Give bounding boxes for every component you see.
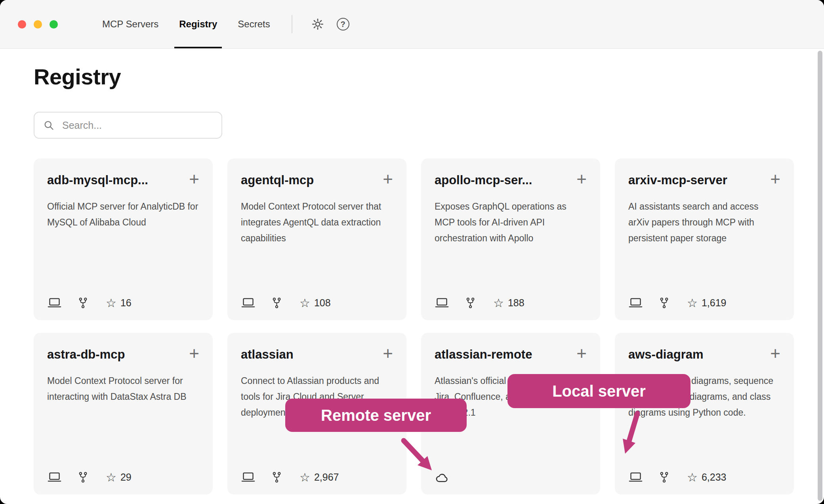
add-server-button[interactable]: +: [576, 172, 587, 186]
gear-icon: [311, 17, 324, 31]
server-card-grid: adb-mysql-mcp... + Official MCP server f…: [34, 158, 790, 494]
card-footer: ☆ 6,233: [628, 471, 726, 483]
star-group: ☆ 2,967: [299, 472, 339, 483]
star-group: ☆ 188: [493, 297, 525, 309]
server-card[interactable]: arxiv-mcp-server + AI assistants search …: [615, 158, 794, 320]
star-group: ☆ 108: [299, 297, 331, 309]
add-server-button[interactable]: +: [770, 346, 780, 360]
laptop-icon: [628, 471, 643, 483]
card-header: astra-db-mcp +: [47, 345, 199, 362]
server-name: adb-mysql-mcp...: [47, 173, 148, 187]
help-icon: ?: [337, 18, 349, 31]
git-fork-icon: [659, 297, 670, 309]
star-icon: ☆: [106, 297, 116, 309]
add-server-button[interactable]: +: [770, 172, 780, 186]
star-count: 16: [120, 297, 132, 309]
card-footer: ☆ 108: [241, 297, 331, 309]
scrollbar-thumb[interactable]: [818, 51, 822, 501]
card-footer: ☆ 29: [47, 471, 132, 483]
search-box[interactable]: [34, 112, 222, 139]
server-name: atlassian: [241, 347, 294, 362]
card-footer: ☆ 188: [435, 297, 525, 309]
laptop-icon: [628, 297, 643, 309]
card-header: atlassian +: [241, 345, 393, 362]
star-count: 188: [508, 297, 525, 309]
star-count: 1,619: [702, 297, 727, 309]
star-count: 29: [120, 472, 132, 483]
server-card[interactable]: atlassian-remote + Atlassian's official …: [421, 333, 600, 494]
star-group: ☆ 29: [106, 472, 132, 483]
laptop-icon: [435, 297, 449, 309]
star-group: ☆ 1,619: [687, 297, 726, 309]
server-description: Exposes GraphQL operations as MCP tools …: [435, 199, 587, 246]
server-card[interactable]: atlassian + Connect to Atlassian product…: [227, 333, 406, 494]
star-count: 2,967: [314, 472, 339, 483]
add-server-button[interactable]: +: [383, 346, 393, 360]
help-button[interactable]: ?: [333, 14, 353, 34]
git-fork-icon: [271, 471, 282, 483]
card-header: aws-diagram +: [628, 345, 780, 362]
server-description: Atlassian's official remote server for J…: [435, 373, 587, 420]
zoom-window-button[interactable]: [50, 20, 58, 29]
page-title: Registry: [34, 64, 790, 90]
minimize-window-button[interactable]: [34, 20, 42, 29]
server-name: agentql-mcp: [241, 173, 314, 187]
card-header: adb-mysql-mcp... +: [47, 170, 199, 187]
laptop-icon: [47, 471, 62, 483]
traffic-lights: [18, 20, 58, 29]
git-fork-icon: [465, 297, 476, 309]
card-header: apollo-mcp-ser... +: [435, 170, 587, 187]
card-header: agentql-mcp +: [241, 170, 393, 187]
server-description: Model Context Protocol server for intera…: [47, 373, 199, 405]
server-name: apollo-mcp-ser...: [435, 173, 532, 187]
add-server-button[interactable]: +: [189, 346, 199, 360]
git-fork-icon: [271, 297, 282, 309]
tab-secrets[interactable]: Secrets: [227, 0, 280, 48]
server-card[interactable]: astra-db-mcp + Model Context Protocol se…: [34, 333, 213, 494]
server-card[interactable]: apollo-mcp-ser... + Exposes GraphQL oper…: [421, 158, 600, 320]
add-server-button[interactable]: +: [189, 172, 199, 186]
laptop-icon: [241, 471, 256, 483]
search-icon: [43, 120, 54, 131]
server-card[interactable]: aws-diagram + Generate AWS diagrams, seq…: [615, 333, 794, 494]
search-input[interactable]: [61, 119, 213, 132]
card-header: arxiv-mcp-server +: [628, 170, 780, 187]
tab-mcp-servers[interactable]: MCP Servers: [92, 0, 169, 48]
cloud-icon: [435, 472, 450, 483]
settings-button[interactable]: [307, 14, 328, 34]
card-header: atlassian-remote +: [435, 345, 587, 362]
laptop-icon: [241, 297, 256, 309]
card-footer: ☆ 1,619: [628, 297, 726, 309]
server-description: Model Context Protocol server that integ…: [241, 199, 393, 246]
star-group: ☆ 6,233: [687, 472, 726, 483]
close-window-button[interactable]: [18, 20, 26, 29]
toolbar-divider: [292, 15, 292, 33]
git-fork-icon: [659, 471, 670, 483]
star-icon: ☆: [493, 297, 504, 309]
git-fork-icon: [78, 297, 88, 309]
git-fork-icon: [78, 471, 88, 483]
card-footer: [435, 472, 465, 483]
server-card[interactable]: adb-mysql-mcp... + Official MCP server f…: [34, 158, 213, 320]
registry-page: Registry adb-mysql-mcp... + Official MCP…: [0, 64, 824, 494]
main-tabs: MCP Servers Registry Secrets: [92, 0, 280, 48]
server-name: aws-diagram: [628, 347, 704, 362]
star-count: 108: [314, 297, 331, 309]
card-footer: ☆ 16: [47, 297, 132, 309]
app-window: MCP Servers Registry Secrets ? Registry: [0, 0, 824, 504]
server-name: atlassian-remote: [435, 347, 532, 362]
titlebar: MCP Servers Registry Secrets ?: [0, 0, 824, 49]
star-count: 6,233: [702, 472, 727, 483]
star-icon: ☆: [106, 472, 116, 483]
server-description: AI assistants search and access arXiv pa…: [628, 199, 780, 246]
server-description: Generate AWS diagrams, sequence diagrams…: [628, 373, 780, 420]
add-server-button[interactable]: +: [576, 346, 587, 360]
laptop-icon: [47, 297, 62, 309]
server-description: Connect to Atlassian products and tools …: [241, 373, 393, 420]
add-server-button[interactable]: +: [383, 172, 393, 186]
tab-registry[interactable]: Registry: [169, 0, 227, 48]
server-card[interactable]: agentql-mcp + Model Context Protocol ser…: [227, 158, 406, 320]
star-icon: ☆: [687, 297, 698, 309]
star-group: ☆ 16: [106, 297, 132, 309]
star-icon: ☆: [687, 472, 698, 483]
